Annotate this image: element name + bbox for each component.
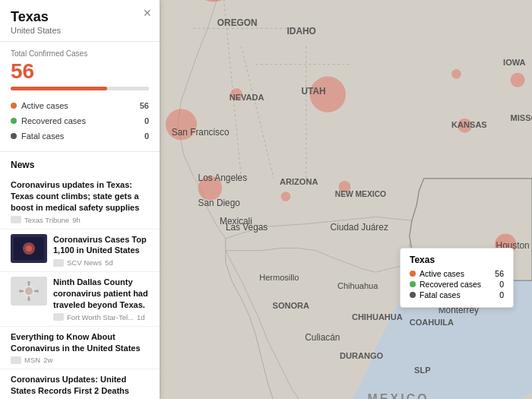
svg-point-5 [25, 287, 33, 295]
source-time-2: 5d [105, 258, 113, 267]
svg-point-11 [27, 298, 30, 301]
label-cd-juarez: Ciudad Juárez [330, 222, 388, 233]
tooltip-fatal-count: 0 [499, 290, 504, 299]
label-durango: DURANGO [340, 351, 383, 360]
map-tooltip: Texas Active cases 56 Recovered cases 0 … [400, 248, 514, 308]
news-headline-3: Ninth Dallas County coronavirus patient … [53, 277, 149, 311]
fatal-dot [11, 133, 17, 139]
label-sd: San Diego [198, 198, 241, 208]
active-cases-row: Active cases 56 [11, 98, 149, 113]
active-dot [11, 103, 17, 109]
svg-point-12 [19, 290, 22, 293]
overlay-svg: Portland San Francisco Los Angeles San D… [160, 0, 532, 399]
fatal-count: 0 [144, 131, 149, 141]
label-idaho: IDAHO [287, 26, 316, 36]
news-item-1[interactable]: Coronavirus updates in Texas: Texas coun… [0, 175, 160, 230]
news-item-4[interactable]: Everything to Know About Coronavirus in … [0, 327, 160, 370]
news-headline-1: Coronavirus updates in Texas: Texas coun… [11, 179, 149, 214]
tooltip-active-count: 56 [495, 269, 504, 278]
news-meta-1: Texas Tribune 9h [11, 216, 149, 224]
bubble-az [281, 192, 291, 201]
tooltip-active-label: Active cases [420, 269, 464, 278]
label-chihuahua-city: Chihuahua [337, 281, 378, 290]
news-headline-2: Coronavirus Cases Top 1,100 in United St… [53, 234, 149, 257]
news-section-title: News [0, 152, 160, 175]
source-logo-3 [53, 313, 64, 321]
source-name-1: Texas Tribune [24, 216, 69, 224]
source-time-4: 2w [43, 356, 52, 364]
label-hermosillo: Hermosillo [259, 273, 299, 282]
panel-header: Texas United States ✕ [0, 0, 160, 42]
panel-subtitle: United States [11, 26, 149, 35]
left-panel: Texas United States ✕ Total Confirmed Ca… [0, 0, 160, 399]
fatal-cases-row: Fatal cases 0 [11, 128, 149, 144]
label-slp: SLP [414, 366, 430, 375]
label-nm: NEW MEXICO [335, 190, 386, 198]
tooltip-active-dot [410, 271, 416, 277]
close-button[interactable]: ✕ [143, 8, 152, 18]
active-label: Active cases [21, 101, 68, 110]
label-arizona: ARIZONA [280, 177, 318, 186]
active-count: 56 [140, 101, 149, 110]
bubble-portland [192, 0, 236, 2]
svg-point-2 [26, 245, 32, 252]
fatal-label: Fatal cases [21, 131, 64, 141]
news-meta-2: SCV News 5d [53, 258, 149, 267]
svg-point-10 [27, 281, 30, 284]
progress-bar [11, 87, 149, 90]
tooltip-recovered-dot [410, 281, 416, 287]
label-la: Los Angeles [198, 173, 248, 183]
recovered-cases-row: Recovered cases 0 [11, 113, 149, 128]
label-chihuahua: CHIHUAHUA [352, 312, 403, 321]
bubble-iowa [511, 73, 525, 87]
stats-section: Total Confirmed Cases 56 Active cases 56… [0, 42, 160, 152]
source-name-4: MSN [24, 356, 40, 364]
tooltip-title: Texas [410, 255, 504, 265]
tooltip-fatal-row: Fatal cases 0 [410, 290, 504, 299]
tooltip-fatal-label: Fatal cases [420, 290, 461, 299]
news-item-2[interactable]: Coronavirus Cases Top 1,100 in United St… [0, 230, 160, 273]
source-name-3: Fort Worth Star-Tel... [67, 313, 134, 321]
news-item-3[interactable]: Ninth Dallas County coronavirus patient … [0, 272, 160, 327]
news-thumb-2 [11, 234, 47, 263]
svg-point-13 [36, 290, 39, 293]
source-logo-1 [11, 216, 21, 223]
tooltip-recovered-label: Recovered cases [420, 280, 481, 289]
label-coahuila: COAHUILA [410, 318, 454, 327]
label-las-vegas: Las Vegas [226, 222, 268, 233]
recovered-count: 0 [144, 116, 149, 125]
source-name-2: SCV News [67, 258, 102, 267]
stats-label: Total Confirmed Cases [11, 49, 149, 58]
tooltip-recovered-row: Recovered cases 0 [410, 280, 504, 289]
label-utah: UTAH [302, 86, 326, 97]
source-time-1: 9h [72, 216, 81, 224]
source-logo-2 [53, 259, 64, 267]
recovered-label: Recovered cases [21, 116, 86, 125]
progress-bar-fill [11, 87, 107, 90]
tooltip-recovered-count: 0 [499, 280, 504, 289]
label-iowa: IOWA [503, 58, 525, 67]
source-logo-4 [11, 356, 21, 364]
tooltip-fatal-dot [410, 292, 416, 298]
news-item-5[interactable]: Coronavirus Updates: United States Recor… [0, 369, 160, 399]
news-headline-5: Coronavirus Updates: United States Recor… [11, 374, 149, 397]
label-missouri: MISSOURI [511, 113, 532, 122]
news-headline-4: Everything to Know About Coronavirus in … [11, 331, 149, 354]
label-sonora: SONORA [273, 301, 310, 310]
tooltip-active-row: Active cases 56 [410, 269, 504, 278]
label-kansas: KANSAS [451, 120, 487, 129]
source-time-3: 1d [137, 313, 145, 321]
bubble-ne [451, 69, 461, 79]
label-sf: San Francisco [172, 127, 230, 138]
label-nevada: NEVADA [230, 93, 264, 102]
label-culiacan: Culiacán [305, 332, 340, 343]
confirmed-count: 56 [11, 61, 149, 82]
news-meta-4: MSN 2w [11, 356, 149, 364]
news-thumb-3 [11, 277, 47, 306]
label-oregon: OREGON [217, 17, 258, 28]
panel-title: Texas [11, 9, 149, 25]
news-meta-3: Fort Worth Star-Tel... 1d [53, 313, 149, 321]
label-mexico: MEXICO [367, 392, 429, 399]
map-area: Portland San Francisco Los Angeles San D… [160, 0, 532, 399]
recovered-dot [11, 118, 17, 124]
